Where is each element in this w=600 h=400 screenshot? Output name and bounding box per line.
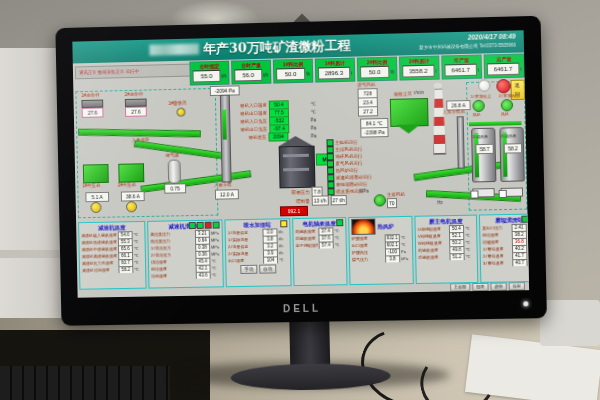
kpi-unit: % <box>306 71 310 76</box>
pump2-value: 38.6 A <box>121 191 145 201</box>
mill-param-label: 磨机出口负压 <box>240 126 267 132</box>
param-row: 后轴承温度51.2℃ <box>418 253 475 261</box>
auto-button[interactable]: 自动 <box>259 264 276 273</box>
compressor2-label: 2#空压机 <box>118 182 136 187</box>
silo-filter2-label: 2#库顶收尘 <box>499 93 520 99</box>
main-fan-icon[interactable] <box>374 194 386 206</box>
silo1-label: 1#成品库 <box>472 134 488 139</box>
taskbar-button[interactable]: 趋势 <box>490 282 506 290</box>
air-tank-icon[interactable] <box>168 159 181 183</box>
silo1-level <box>474 133 479 177</box>
truck1-cab <box>470 190 478 198</box>
legend-label: 减速机润滑站运行 <box>336 174 372 180</box>
elevator-amp: 12.0 A <box>215 189 239 199</box>
flame-icon <box>351 219 375 235</box>
kpi-unit: t/h <box>221 73 226 78</box>
room-scene: DELL 年产30万吨矿渣微粉工程 2020/4/17 08:49 新乡市中州机… <box>0 0 600 400</box>
status-indicator <box>197 222 204 229</box>
mill-band <box>283 154 309 158</box>
bag-pressure: -2398 Pa <box>360 127 388 138</box>
legend-label: 磨辊润滑站运行 <box>336 182 368 188</box>
feed-label: 喂料量 <box>266 198 310 204</box>
taskbar-button[interactable]: 设定 <box>509 282 525 290</box>
kpi-box: 台时指定 55.0 t/h <box>189 61 229 86</box>
kpi-box: 年产量 6461.7 t <box>441 54 482 79</box>
compressor1-label: 1#空压机 <box>82 183 100 188</box>
kpi-box: 2#料累计 3558.2 t <box>399 56 440 81</box>
kpi-unit: t <box>351 70 352 75</box>
panel-roller-lube: 磨辊润滑站 泵出口压力2.41MPa回油温度38.2℃油箱温度36.8℃1#磨辊… <box>479 213 529 283</box>
compressor2-icon[interactable] <box>118 163 144 182</box>
kpi-unit: t <box>478 67 479 72</box>
legend-label: 主排风机运行 <box>335 147 362 153</box>
bag-filter-icon[interactable] <box>390 98 429 127</box>
kpi-value: 50.0 <box>276 68 305 81</box>
page-title: 年产30万吨矿渣微粉工程 <box>203 37 351 59</box>
kpi-unit: t <box>520 66 521 71</box>
elevator-label: 入磨斗提 <box>214 182 232 187</box>
kpi-value: 55.0 <box>193 70 221 83</box>
legend-label: 循环风机运行 <box>335 154 362 160</box>
status-indicator <box>521 216 528 223</box>
kpi-box: 1#料比例 50.0 % <box>273 59 313 84</box>
redacted-company-logo <box>149 43 199 55</box>
bag-filter-hopper <box>396 124 420 134</box>
kpi-value: 3558.2 <box>402 65 434 78</box>
legend-indicator <box>327 161 334 168</box>
kpi-box: 总产量 6461.7 t <box>484 53 525 78</box>
grind-pressure-label: 研磨压力 <box>266 189 310 195</box>
kpi-value: 2896.3 <box>318 67 350 80</box>
kpi-unit: % <box>390 69 394 74</box>
panel-gearbox-temp: 减速机温度 减速机输入轴承温度54.6℃减速机低速轴承温度55.3℃减速机中速轴… <box>78 221 146 290</box>
panel-hot-stove: 热风炉 炉膛温度932.1℃出口温度602.1℃炉膛负压-100Pa煤气压力3.… <box>348 216 414 285</box>
kpi-value: 6461.7 <box>487 63 519 76</box>
silo-elevator-icon[interactable] <box>457 116 465 168</box>
feed-value2: 27 t/h <box>330 195 347 205</box>
manual-button[interactable]: 手动 <box>240 265 257 274</box>
taskbar-button[interactable]: 主画面 <box>450 283 470 291</box>
legend-indicator <box>327 153 334 160</box>
silo2-level <box>502 132 507 176</box>
elevator-pipe <box>222 110 227 140</box>
kpi-unit: t/h <box>263 72 268 77</box>
iron-remover-label: 1#除铁器 <box>168 101 186 106</box>
kpi-value: 6461.7 <box>444 64 476 77</box>
mill-param-unit: Pa <box>291 125 316 131</box>
legend-indicator <box>326 139 333 146</box>
compressor1-icon[interactable] <box>83 164 109 183</box>
pump1-value: 5.1 A <box>85 192 109 202</box>
kpi-box: 台时产量 56.0 t/h <box>231 60 271 85</box>
feeder2-label: 2#皮带秤 <box>125 92 143 97</box>
power-led[interactable] <box>523 301 528 306</box>
legend-indicator <box>327 146 334 153</box>
datetime: 2020/4/17 08:49 <box>468 33 516 41</box>
truck2-cab <box>499 190 507 198</box>
taskbar-button[interactable]: 报表 <box>472 283 488 291</box>
process-mimic: 1#皮带秤 27.6 2#皮带秤 27.6 1#除铁器 入磨皮带 1#空压机 <box>73 79 527 221</box>
silo2-value: 58.2 <box>504 143 522 153</box>
mill-param-label: 磨机入口温度 <box>240 102 267 108</box>
fan2-label: 风机 <box>501 111 509 116</box>
feed-value: 13 t/h <box>312 195 329 205</box>
kpi-value: 56.0 <box>234 69 262 82</box>
chimney <box>432 89 446 156</box>
air-tank-label: 储气罐 <box>165 153 178 158</box>
param-row: 煤气压力3.8kPa <box>352 255 410 263</box>
silo-elevator-label: 入库斗提机 <box>442 109 465 115</box>
silo1-value: 58.7 <box>475 144 493 154</box>
legend-label: 喷水系统运行 <box>336 189 363 195</box>
main-fan-row: 70 Hz <box>387 198 443 207</box>
panel-water-spray: 喷水加湿站 1#流量设定3.0t/h1#实际流量3.8t/h2#流量设定3.2t… <box>224 218 291 287</box>
legend-indicator <box>327 168 334 175</box>
fan1-label: 风机 <box>473 112 481 117</box>
feeder2-value: 27.6 <box>125 106 147 116</box>
parameter-panels: 减速机温度 减速机输入轴承温度54.6℃减速机低速轴承温度55.3℃减速机中速轴… <box>78 214 527 290</box>
bag-filter-label: 袋收尘器 <box>394 91 412 96</box>
kpi-unit: t <box>435 68 436 73</box>
param-row: 定子绕组温度57.4℃ <box>296 241 344 249</box>
main-fan-value: 70 <box>387 198 397 208</box>
panel-mill-motor-temp: 磨主电机温度 U相绕组温度50.4℃V相绕组温度52.1℃W相绕组温度50.2℃… <box>414 215 478 284</box>
feed-row: 喂料量 13 t/h 27 t/h <box>266 196 347 206</box>
feeder1-label: 1#皮带秤 <box>81 93 99 98</box>
exhaust-fan-label: 废气风机 <box>357 82 375 87</box>
